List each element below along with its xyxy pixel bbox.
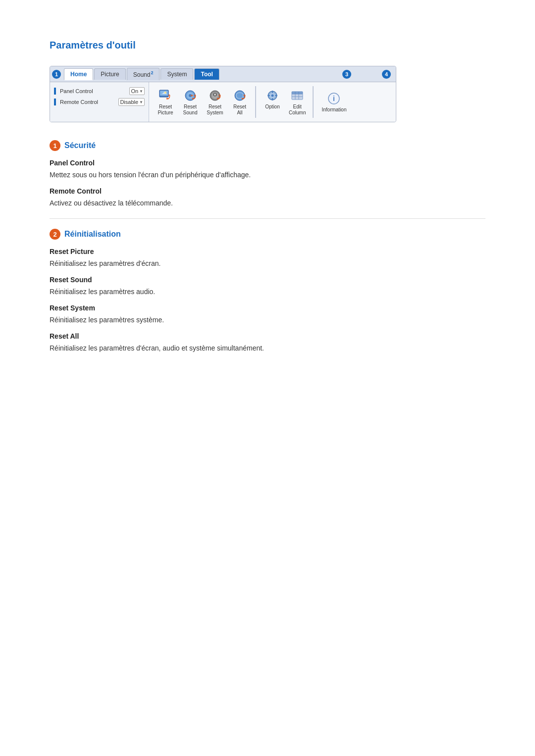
reset-system-desc: Réinitialisez les paramètres système. <box>50 315 485 325</box>
option-icon <box>264 88 281 103</box>
remote-control-value: Disable <box>120 99 138 105</box>
left-panel: Panel Control On ▼ Remote Control Disabl… <box>50 82 149 122</box>
panel-control-title: Panel Control <box>50 159 485 167</box>
option-label: Option <box>265 104 279 110</box>
svg-point-9 <box>214 94 216 96</box>
ui-screenshot: 1 Home Picture Sound2 System Tool 3 4 Pa… <box>50 66 396 122</box>
svg-point-3 <box>164 92 166 94</box>
badge-3: 3 <box>342 70 351 79</box>
remote-control-row: Remote Control Disable ▼ <box>54 98 145 106</box>
option-button[interactable]: Option <box>261 86 284 118</box>
badge-2-inline: 2 <box>151 70 153 75</box>
doc-content: 1 Sécurité Panel Control Mettez sous ou … <box>50 140 485 353</box>
information-icon: i <box>325 91 342 106</box>
panel-control-select[interactable]: On ▼ <box>129 87 145 95</box>
reset-sound-title: Reset Sound <box>50 276 485 284</box>
remote-control-desc: Activez ou désactivez la télécommande. <box>50 198 485 208</box>
edit-column-icon <box>289 88 306 103</box>
tab-system[interactable]: System <box>160 68 193 80</box>
svg-rect-23 <box>292 92 303 94</box>
reset-system-button[interactable]: ResetSystem <box>204 86 226 118</box>
reset-system-label: ResetSystem <box>207 104 223 116</box>
reset-sound-label: ResetSound <box>183 104 198 116</box>
reset-system-title: Reset System <box>50 304 485 312</box>
section1-number: 1 <box>50 140 60 151</box>
reset-section: ResetPicture <box>154 86 256 118</box>
section1-title: Sécurité <box>64 141 96 150</box>
right-panel: ResetPicture <box>149 82 396 122</box>
edit-column-label: EditColumn <box>289 104 306 116</box>
information-button[interactable]: i Information <box>319 89 349 115</box>
reset-all-label: ResetAll <box>233 104 246 116</box>
panel-select-arrow: ▼ <box>139 89 143 94</box>
reset-system-icon <box>207 88 223 103</box>
panel-control-desc: Mettez sous ou hors tension l'écran d'un… <box>50 170 485 180</box>
page-container: Paramètres d'outil 1 Home Picture Sound2… <box>0 0 535 385</box>
reset-all-title: Reset All <box>50 332 485 340</box>
reset-all-icon <box>231 88 248 103</box>
panel-control-row: Panel Control On ▼ <box>54 87 145 95</box>
reset-picture-label: ResetPicture <box>158 104 173 116</box>
section2-title: Réinitialisation <box>64 230 121 239</box>
tab-tool[interactable]: Tool <box>194 68 219 80</box>
remote-control-title: Remote Control <box>50 187 485 195</box>
section4-buttons: i Information <box>319 89 349 115</box>
reset-picture-title: Reset Picture <box>50 248 485 255</box>
remote-indicator <box>54 99 56 105</box>
panel-control-label: Panel Control <box>60 88 126 94</box>
badge-4: 4 <box>382 70 391 79</box>
section1-header: 1 Sécurité <box>50 140 485 151</box>
edit-column-button[interactable]: EditColumn <box>286 86 309 118</box>
page-title: Paramètres d'outil <box>50 40 485 51</box>
svg-point-13 <box>271 95 274 97</box>
panel-indicator <box>54 88 56 95</box>
remote-select-arrow: ▼ <box>139 100 143 104</box>
tab-bar: 1 Home Picture Sound2 System Tool 3 4 <box>50 66 396 82</box>
section3-buttons: Option <box>261 86 314 118</box>
section2-header: 2 Réinitialisation <box>50 229 485 240</box>
tab-picture[interactable]: Picture <box>94 68 125 80</box>
section2-number: 2 <box>50 229 60 240</box>
badge-1: 1 <box>52 70 61 79</box>
remote-control-label: Remote Control <box>60 99 115 105</box>
remote-control-select[interactable]: Disable ▼ <box>118 98 145 106</box>
ui-content: Panel Control On ▼ Remote Control Disabl… <box>50 82 396 122</box>
panel-control-value: On <box>131 88 138 94</box>
reset-sound-desc: Réinitialisez les paramètres audio. <box>50 287 485 297</box>
tab-home[interactable]: Home <box>64 68 93 80</box>
reset-picture-desc: Réinitialisez les paramètres d'écran. <box>50 258 485 269</box>
svg-text:i: i <box>333 95 335 102</box>
information-label: Information <box>321 107 346 113</box>
reset-sound-button[interactable]: ResetSound <box>179 86 202 118</box>
reset-picture-icon <box>157 88 174 103</box>
reset-all-button[interactable]: ResetAll <box>228 86 251 118</box>
section-divider <box>50 218 485 219</box>
tab-sound[interactable]: Sound2 <box>127 68 160 80</box>
reset-all-desc: Réinitialisez les paramètres d'écran, au… <box>50 343 485 353</box>
reset-picture-button[interactable]: ResetPicture <box>154 86 177 118</box>
reset-sound-icon <box>182 88 199 103</box>
